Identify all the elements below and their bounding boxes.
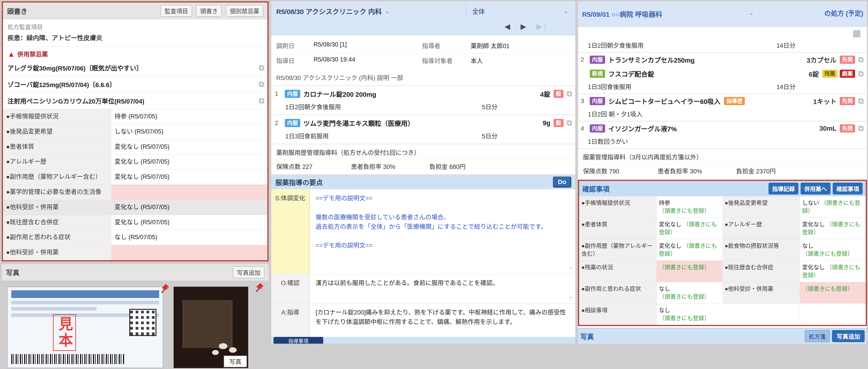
medicine-photo[interactable]: 写真 bbox=[174, 287, 248, 368]
check-row[interactable]: ●副作用歴（薬物アレルギー含む） 変化なし (R5/07/05) bbox=[3, 170, 268, 185]
check-label: ●薬学的管理に必要な患者の生活像 bbox=[3, 185, 112, 199]
soap-row-objective[interactable]: O:確認 漢方は以前も服用したことがある。食前に服用であることを確認。 ⌐ bbox=[271, 274, 575, 303]
copy-icon[interactable]: ⧉ bbox=[858, 55, 864, 64]
check-label: ●副作用歴（薬物アレルギー含む） bbox=[3, 170, 112, 185]
guidance-record-button[interactable]: 指導記録 bbox=[769, 183, 798, 194]
check-value: 変化なし (R5/07/05) bbox=[112, 139, 268, 154]
copy-icon[interactable]: ⧉ bbox=[567, 89, 572, 98]
usage-text: 1日数回うがい bbox=[588, 137, 628, 146]
check-label: ●患者体質 bbox=[3, 139, 112, 154]
med-row[interactable]: 注射用ペニシリンGカリウム20万単位(R5/07/04) ⧉ bbox=[3, 93, 268, 109]
scope-filter-select[interactable]: 全体 ⌄ bbox=[466, 4, 572, 18]
med-row[interactable]: 4 内服 イソジンガーグル液7% 30mL 先発 ⧉ bbox=[578, 121, 867, 135]
pushpin-icon[interactable] bbox=[254, 282, 265, 292]
concomitant-meds-button[interactable]: 併用薬へ bbox=[801, 183, 831, 194]
last-page-icon[interactable]: ▶❘ bbox=[537, 22, 548, 31]
confirmation-row[interactable]: ●患者体質 変化なし （頭書きにも登録） ●アレルギー歴 変化なし （頭書きにも… bbox=[579, 218, 866, 239]
audit-items-button[interactable]: 監査項目 bbox=[160, 5, 192, 17]
med-row[interactable]: ゾコーバ錠125mg(R5/07/04)〔6.6.6〕 ⧉ bbox=[3, 76, 268, 93]
check-row[interactable]: ●他科受診・併用薬 変化なし (R5/07/05) bbox=[3, 199, 268, 215]
add-photo-button[interactable]: 写真追加 bbox=[832, 330, 865, 342]
copy-icon[interactable]: ⧉ bbox=[858, 69, 864, 78]
confirmation-row[interactable]: ●残薬の状況 （頭書きにも登録） ●既往歴含む合併症 変化なし （頭書きにも登録… bbox=[579, 261, 866, 282]
copy-icon[interactable]: ⧉ bbox=[567, 119, 572, 127]
add-photo-button[interactable]: 写真追加 bbox=[233, 266, 265, 278]
conf-label: ●副作用歴（薬物アレルギー含む） bbox=[579, 239, 656, 261]
med-row[interactable]: アレグラ錠30mg(R5/07/06)〔眠気が出やすい〕 ⧉ bbox=[3, 60, 268, 76]
disease-info: 疾患：緑内障、アトピー性皮膚炎 bbox=[7, 33, 263, 45]
med-quantity: 9g bbox=[543, 119, 550, 127]
med-row[interactable]: 新規 フスコデ配合錠 6錠 残薬 劇薬 ⧉ bbox=[578, 67, 867, 81]
med-quantity: 30mL bbox=[819, 125, 837, 132]
new-drug-badge: 新規 bbox=[590, 70, 605, 78]
usage-row: 1日3回食後服用 14日分 bbox=[578, 81, 867, 94]
copy-icon[interactable]: ⧉ bbox=[259, 63, 264, 72]
confirmation-row[interactable]: ●相談事項 なし （頭書きにも登録） bbox=[579, 304, 866, 325]
photo-caption-button[interactable]: 写真 bbox=[224, 356, 247, 367]
insurance-card-photo[interactable]: 見本 bbox=[7, 287, 163, 368]
conf-label: ●既往歴含む合併症 bbox=[722, 261, 800, 282]
pushpin-icon[interactable] bbox=[160, 283, 170, 293]
check-value: 変化なし (R5/07/05) bbox=[112, 199, 268, 215]
photos-buttons: 処方箋 写真追加 bbox=[802, 330, 865, 342]
med-quantity: 3カプセル bbox=[807, 55, 837, 64]
do-button[interactable]: Do bbox=[553, 177, 571, 187]
med-row[interactable]: 2 内服 ツムラ麦門冬湯エキス顆粒（医療用） 9g 般 ⧉ bbox=[271, 115, 575, 131]
header-note-button[interactable]: 頭書き bbox=[196, 5, 222, 17]
copy-icon[interactable]: ⧉ bbox=[259, 96, 264, 105]
check-label: ●既往歴含む合併症 bbox=[3, 215, 112, 230]
guidance-history-badge[interactable]: 指導歴 bbox=[724, 97, 745, 105]
check-row[interactable]: ●薬学的管理に必要な患者の生活像 bbox=[3, 185, 268, 199]
next-prescription-column: R5/09/01 ○○病院 呼吸器科 ⌄ の処方 (予定) ▦ 1日2回朝夕食後… bbox=[578, 1, 867, 344]
usage-text: 1日2回朝夕食後服用 bbox=[285, 102, 341, 111]
confirmation-buttons: 指導記録 併用薬へ 確認事項 bbox=[766, 183, 863, 194]
med-row[interactable]: 3 内服 シムビコートタービュヘイラー60吸入 指導歴 1キット 先発 ⧉ bbox=[578, 94, 867, 108]
check-value bbox=[112, 245, 268, 260]
confirmation-items-button[interactable]: 確認事項 bbox=[833, 183, 863, 194]
next-page-icon[interactable]: ▶ bbox=[521, 22, 526, 31]
days-supply: 14日分 bbox=[776, 82, 796, 91]
prescription-scan-button[interactable]: 処方箋 bbox=[805, 330, 830, 342]
register-note: （頭書きにも登録） bbox=[659, 264, 710, 270]
current-prescription-column: R5/08/30 アクシスクリニック 内科 ⌄ 全体 ⌄ ◀ ▶ ▶❘ 調剤日 … bbox=[271, 1, 575, 344]
check-row[interactable]: ●アレルギー歴 変化なし (R5/07/05) bbox=[3, 154, 268, 170]
chevron-down-icon[interactable]: ⌄ bbox=[385, 8, 390, 15]
register-note: （頭書きにも登録） bbox=[659, 315, 710, 321]
med-row[interactable]: 1 内服 カロナール錠200 200mg 4錠 般 ⧉ bbox=[271, 86, 575, 102]
prev-page-icon[interactable]: ◀ bbox=[504, 22, 510, 31]
copy-icon[interactable]: ⧉ bbox=[858, 124, 864, 133]
individual-contraindication-button[interactable]: 個別禁忌薬 bbox=[226, 5, 264, 17]
soap-text-line: 漢方は以前も服用したことがある。食前に服用であることを確認。 bbox=[315, 280, 499, 286]
confirmation-row[interactable]: ●手帳情報提供状況 持参 （頭書きにも登録） ●後発品変更希望 しない （頭書き… bbox=[579, 196, 866, 218]
guidance-section-title: 服薬指導の要点 bbox=[275, 177, 323, 187]
check-row[interactable]: ●後発品変更希望 しない (R5/07/05) bbox=[3, 124, 268, 139]
guidance-items-tab[interactable]: 指導事項 bbox=[274, 337, 323, 344]
check-row[interactable]: ●患者体質 変化なし (R5/07/05) bbox=[3, 139, 268, 154]
check-row[interactable]: ●副作用と思われる症状 なし (R5/07/05) bbox=[3, 230, 268, 245]
med-number: 4 bbox=[581, 125, 590, 132]
confirmation-row[interactable]: ●副作用と思われる症状 なし （頭書きにも登録） ●他科受診・併用薬 （頭書きに… bbox=[579, 282, 866, 304]
copy-icon[interactable]: ⧉ bbox=[858, 96, 864, 105]
med-row[interactable]: 2 内服 トランサミンカプセル250mg 3カプセル 先発 ⧉ bbox=[578, 53, 867, 67]
header-buttons: 監査項目 頭書き 個別禁忌薬 bbox=[158, 5, 264, 17]
calendar-icon[interactable]: ▦ bbox=[852, 28, 861, 38]
confirmation-row[interactable]: ●副作用歴（薬物アレルギー含む） 変化なし （頭書きにも登録） ●飲食物の摂取状… bbox=[579, 239, 866, 261]
next-prescription-title[interactable]: R5/09/01 ○○病院 呼吸器科 bbox=[582, 9, 662, 19]
chevron-down-icon[interactable]: ⌄ bbox=[749, 9, 754, 17]
card-decor bbox=[11, 307, 96, 311]
check-row[interactable]: ●他科受診・併用薬 bbox=[3, 245, 268, 260]
resize-handle-icon[interactable]: ⌐ bbox=[569, 293, 573, 302]
fee-row: 保険点数 790 患者負担率 30% 負担金 2370円 bbox=[578, 164, 867, 179]
barcode bbox=[11, 354, 124, 364]
brand-flag-badge: 先発 bbox=[840, 124, 855, 133]
dispense-date-value: R5/08/30 [1] bbox=[313, 41, 422, 50]
check-row[interactable]: ●手帳情報提供状況 持参 (R5/07/05) bbox=[3, 109, 268, 124]
conf-value: 変化なし （頭書きにも登録） bbox=[656, 239, 722, 261]
soap-row-subjective[interactable]: S:体調変化 ==デモ用の説明文== 複数の医療機関を受診している患者さんの場合… bbox=[271, 189, 575, 274]
copy-icon[interactable]: ⧉ bbox=[259, 80, 264, 89]
dispense-info: 調剤日 R5/08/30 [1] 指導者 薬剤師 太郎01 指導日 R5/08/… bbox=[271, 35, 575, 69]
resize-handle-icon[interactable]: ⌐ bbox=[569, 264, 573, 273]
check-row[interactable]: ●既往歴含む合併症 変化なし (R5/07/05) bbox=[3, 215, 268, 230]
guidance-bottom-bar: 指導事項 bbox=[271, 337, 575, 344]
prescription-title[interactable]: R5/08/30 アクシスクリニック 内科 bbox=[276, 6, 382, 16]
